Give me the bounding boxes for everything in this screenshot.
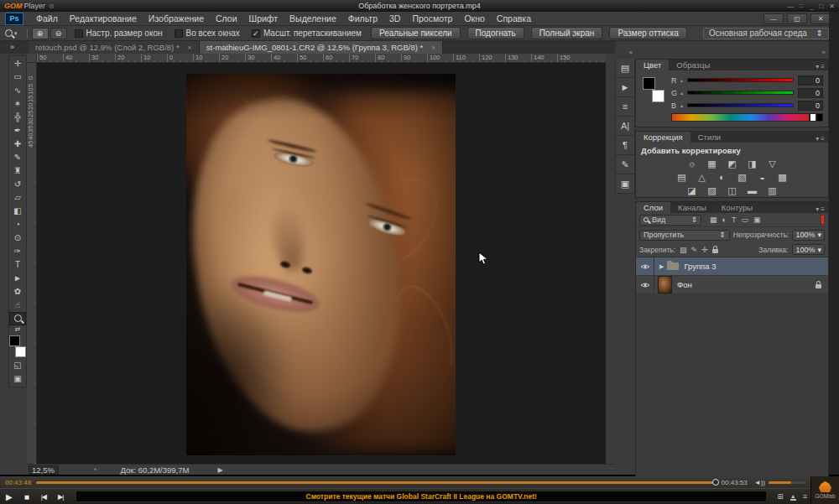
adjustment-icon[interactable]: ◫ [724,184,741,198]
gom-pin-icon[interactable]: ∷ [800,3,804,10]
collapse-chevron-icon[interactable]: « [615,49,635,59]
play-button[interactable]: ▶ [6,492,13,501]
layer-row-background[interactable]: Фон [636,276,828,294]
collapse-chevron-icon[interactable]: « [635,49,829,59]
workspace-select[interactable]: Основная рабочая среда ⇕ [703,28,829,39]
menu-item[interactable]: Шрифт [243,13,284,23]
opacity-field[interactable]: 100% ▾ [792,230,825,241]
tab-close-icon[interactable]: × [187,43,192,52]
adjustment-icon[interactable]: ◐ [714,171,731,184]
lock-transparency-icon[interactable]: ▨ [680,246,687,254]
zoom-out-button[interactable]: ⊖ [50,28,67,39]
menu-item[interactable]: Редактирование [64,13,143,23]
type-tool[interactable]: T [9,258,26,272]
layer-filter-select[interactable]: Вид ⇕ [639,215,701,226]
blend-mode-select[interactable]: Пропустить ⇕ [639,230,730,241]
open-file-icon[interactable]: ▲ [790,493,796,501]
gom-titlebar[interactable]: GOM Player ⊙ Обработка женского портрета… [0,0,839,12]
menu-item[interactable]: Справка [491,13,537,23]
tool-presets-icon[interactable]: ≡ [615,97,635,117]
window-close-icon[interactable]: ✕ [829,3,835,10]
canvas[interactable] [37,63,606,464]
disclosure-triangle-icon[interactable]: ▶ [659,263,664,270]
checkbox-resize-windows[interactable]: Настр. размер окон [75,29,163,38]
tab-adjustments[interactable]: Коррекция [636,132,690,143]
slider-marker-icon[interactable]: ▴ [680,77,683,83]
adjustment-icon[interactable]: ▨ [704,184,721,198]
window-restore-icon[interactable]: □ [819,3,823,10]
menu-item[interactable]: Фильтр [342,13,383,23]
panel-menu-icon[interactable]: ▾≡ [816,135,828,143]
history-brush-tool[interactable]: ↺ [9,178,26,191]
visibility-eye-icon[interactable] [636,276,654,294]
blue-slider[interactable] [687,103,794,107]
mini-bridge-icon[interactable]: ▤ [615,59,635,78]
toolbar-chevron-icon[interactable]: » [10,43,14,51]
seek-bar[interactable] [36,481,716,484]
checkbox-icon[interactable]: ✓ [252,29,260,38]
window-minimize-icon[interactable]: _ [810,3,813,10]
actual-pixels-button[interactable]: Реальные пиксели [371,27,461,39]
adjustment-icon[interactable]: ◨ [744,158,761,171]
green-slider[interactable] [687,91,794,95]
panel-menu-icon[interactable]: ▾≡ [816,63,828,70]
tab-color[interactable]: Цвет [636,60,669,70]
filter-adjustment-icon[interactable]: ◐ [722,216,727,224]
paragraph-icon[interactable]: ¶ [615,136,635,155]
previous-button[interactable]: |◀ [41,493,46,501]
blur-tool[interactable]: ◔ [9,218,26,231]
adjustment-icon[interactable]: ☼ [684,158,701,171]
tab-st-mathieug-cr2[interactable]: st-mathieuG-IMG_0801-1.CR2 @ 12,5% (Груп… [200,41,444,54]
eraser-tool[interactable]: ▱ [9,191,26,205]
filter-pixel-icon[interactable]: ▦ [710,216,717,224]
foreground-color-swatch[interactable] [643,77,655,90]
lock-all-icon[interactable] [712,249,718,253]
fit-screen-button[interactable]: Подогнать [467,27,524,39]
marquee-tool[interactable]: ▭ [9,70,26,84]
ad-ticker[interactable]: Смотрите текущие матчи Global StarCraft … [76,491,767,502]
checkbox-icon[interactable] [75,29,83,38]
panel-menu-icon[interactable]: ▾≡ [816,205,828,213]
quick-selection-tool[interactable]: ✶ [9,97,26,111]
filter-shape-icon[interactable]: ▭ [741,216,748,224]
zoom-level-field[interactable]: 12,5% [29,465,59,475]
adjustment-icon[interactable]: ▧ [734,171,751,184]
lock-position-icon[interactable]: ✛ [701,246,708,254]
screen-mode-button[interactable]: ▣ [9,372,26,386]
gradient-tool[interactable]: ◧ [9,205,26,218]
gomlab-button[interactable]: GOMlab [810,476,839,504]
adjustment-icon[interactable]: ▩ [774,171,791,184]
tab-close-icon[interactable]: × [431,43,436,52]
actions-icon[interactable]: ► [615,78,635,97]
zoom-in-button[interactable]: ⊕ [32,28,49,39]
menu-item[interactable]: Выделение [284,13,342,23]
tab-paths[interactable]: Контуры [714,202,760,213]
swap-colors-icon[interactable]: ⇄ [15,325,21,334]
gom-minimize-icon[interactable]: — [787,3,794,10]
menu-item[interactable]: Файл [30,13,64,23]
healing-brush-tool[interactable]: ✚ [9,138,26,151]
tab-retouch-psd[interactable]: retouch.psd @ 12,9% (Слой 2, RGB/8) * × [29,41,200,54]
adjustment-icon[interactable]: ▤ [674,171,690,184]
menu-icon[interactable]: ≡ [803,492,807,501]
brush-tool[interactable]: ✎ [9,151,26,164]
path-selection-tool[interactable]: ► [9,272,26,285]
dodge-tool[interactable]: ⊙ [9,231,26,245]
adjustment-icon[interactable]: ◪ [684,184,701,198]
ps-minimize-button[interactable]: — [763,13,784,24]
adjustment-icon[interactable]: ▽ [764,158,781,171]
filter-type-icon[interactable]: T [732,216,737,224]
fullscreen-button[interactable]: Полный экран [531,27,603,39]
color-spectrum-ramp[interactable] [671,113,810,122]
adjustment-icon[interactable]: ▬ [744,184,761,198]
eyedropper-tool[interactable]: ✒ [9,124,26,138]
background-color-swatch[interactable] [15,346,26,357]
custom-shape-tool[interactable]: ✿ [9,285,26,299]
menu-item[interactable]: 3D [383,13,406,23]
clone-stamp-tool[interactable]: ♜ [9,164,26,178]
print-size-button[interactable]: Размер оттиска [609,27,686,39]
stop-button[interactable]: ■ [24,492,29,501]
adjustment-icon[interactable]: ▥ [764,184,781,198]
status-menu-arrow-icon[interactable]: ▶ [217,466,222,474]
white-swatch[interactable] [810,113,816,122]
